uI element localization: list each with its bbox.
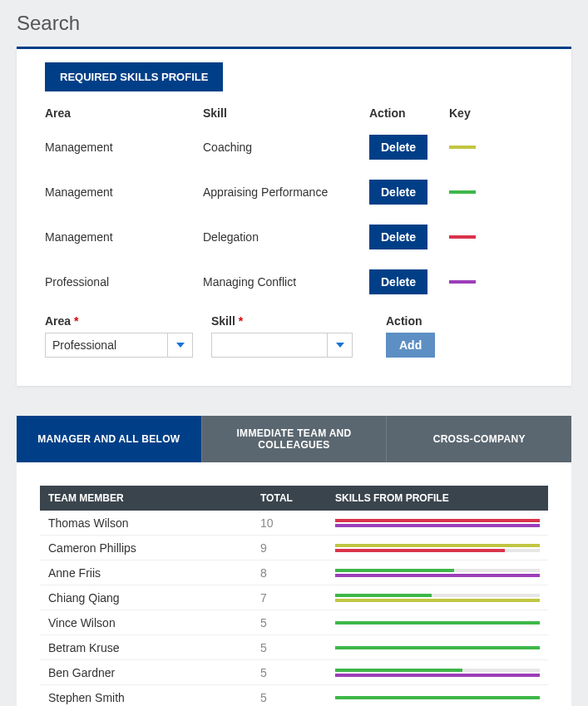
delete-button[interactable]: Delete (369, 180, 427, 205)
skill-bar (335, 599, 540, 602)
team-member-name: Anne Friis (48, 566, 260, 580)
skill-bar-fill (335, 646, 540, 649)
skill-bar (335, 524, 540, 527)
required-mark: * (74, 314, 78, 328)
team-member-total: 5 (260, 616, 335, 629)
header-skills: SKILLS FROM PROFILE (335, 492, 540, 504)
area-select[interactable]: Professional (45, 333, 193, 358)
skills-table-header: Area Skill Action Key (45, 106, 543, 120)
delete-button[interactable]: Delete (369, 135, 427, 160)
key-swatch (449, 235, 476, 239)
skill-bars (335, 569, 540, 577)
team-member-total: 5 (260, 691, 335, 704)
skill-bar-fill (335, 696, 540, 699)
skill-row-skill: Coaching (203, 141, 369, 154)
action-form-label: Action (386, 314, 435, 328)
skill-bar (335, 646, 540, 649)
add-button[interactable]: Add (386, 333, 435, 358)
team-member-total: 5 (260, 641, 335, 654)
header-key: Key (449, 106, 479, 120)
table-row: Ben Gardner5 (40, 660, 548, 685)
skill-bar (335, 569, 540, 572)
skill-bar (335, 574, 540, 577)
team-member-total: 7 (260, 591, 335, 605)
skill-bar (335, 696, 540, 699)
skill-select-trigger[interactable] (327, 333, 352, 357)
team-member-name: Ben Gardner (48, 666, 260, 679)
skill-row-skill: Delegation (203, 230, 369, 244)
header-total: TOTAL (260, 492, 335, 504)
skill-row-area: Professional (45, 275, 203, 289)
required-skills-panel: REQUIRED SKILLS PROFILE Area Skill Actio… (17, 47, 571, 386)
skill-bar (335, 669, 540, 672)
scope-tab[interactable]: CROSS-COMPANY (387, 416, 571, 462)
skill-bar-fill (335, 519, 540, 522)
skill-bar (335, 674, 540, 677)
table-row: Thomas Wilson10 (40, 511, 548, 536)
key-swatch (449, 190, 476, 194)
team-member-name: Cameron Phillips (48, 541, 260, 555)
required-mark: * (239, 314, 243, 328)
skill-bar-fill (335, 594, 432, 597)
skill-row-area: Management (45, 185, 203, 199)
team-member-total: 10 (260, 516, 335, 530)
team-table-header: TEAM MEMBER TOTAL SKILLS FROM PROFILE (40, 486, 548, 511)
skill-row-area: Management (45, 141, 203, 154)
table-row: Anne Friis8 (40, 560, 548, 585)
skill-bar-fill (335, 574, 540, 577)
table-row: Chiang Qiang7 (40, 585, 548, 610)
skill-bars (335, 696, 540, 699)
skill-bar (335, 594, 540, 597)
skill-select[interactable] (211, 333, 353, 358)
team-member-name: Betram Kruse (48, 641, 260, 654)
skill-row: ManagementAppraising PerformanceDelete (45, 180, 543, 205)
team-member-total: 5 (260, 666, 335, 679)
chevron-down-icon (336, 343, 344, 348)
team-member-name: Chiang Qiang (48, 591, 260, 605)
chevron-down-icon (176, 343, 185, 348)
area-select-trigger[interactable] (167, 333, 192, 357)
skill-bar (335, 544, 540, 547)
scope-tab[interactable]: IMMEDIATE TEAM AND COLLEAGUES (202, 416, 388, 462)
skill-bars (335, 669, 540, 677)
skill-bars (335, 646, 540, 649)
add-skill-form: Area * Professional Skill * Action Add (45, 314, 543, 358)
table-row: Cameron Phillips9 (40, 536, 548, 560)
header-action: Action (369, 106, 449, 120)
skill-row: ProfessionalManaging ConflictDelete (45, 269, 543, 294)
table-row: Betram Kruse5 (40, 635, 548, 660)
skill-bar-fill (335, 569, 454, 572)
skill-bar-fill (335, 524, 540, 527)
required-skills-profile-button[interactable]: REQUIRED SKILLS PROFILE (45, 62, 223, 91)
delete-button[interactable]: Delete (369, 269, 427, 294)
page-title: Search (0, 0, 588, 47)
skill-row: ManagementDelegationDelete (45, 225, 543, 249)
skill-bars (335, 594, 540, 602)
scope-tabs: MANAGER AND ALL BELOWIMMEDIATE TEAM AND … (17, 416, 571, 462)
table-row: Vince Wilson5 (40, 610, 548, 635)
header-skill: Skill (203, 106, 369, 120)
skill-select-label: Skill * (211, 314, 378, 328)
team-member-name: Vince Wilson (48, 616, 260, 629)
skill-row-area: Management (45, 230, 203, 244)
skill-bar-fill (335, 669, 462, 672)
skill-bar (335, 621, 540, 625)
skill-bars (335, 621, 540, 625)
team-member-total: 9 (260, 541, 335, 555)
skill-bar-fill (335, 549, 505, 552)
skill-bar-fill (335, 621, 540, 625)
skill-row-skill: Managing Conflict (203, 275, 369, 289)
header-area: Area (45, 106, 203, 120)
area-select-label: Area * (45, 314, 203, 328)
key-swatch (449, 146, 476, 149)
team-member-name: Stephen Smith (48, 691, 260, 704)
skill-bar (335, 519, 540, 522)
delete-button[interactable]: Delete (369, 225, 427, 249)
table-row: Stephen Smith5 (40, 685, 548, 706)
scope-tab[interactable]: MANAGER AND ALL BELOW (17, 416, 202, 462)
skill-row-skill: Appraising Performance (203, 185, 369, 199)
skill-bar-fill (335, 599, 540, 602)
skill-bars (335, 519, 540, 527)
team-member-name: Thomas Wilson (48, 516, 260, 530)
skill-bar-fill (335, 544, 540, 547)
